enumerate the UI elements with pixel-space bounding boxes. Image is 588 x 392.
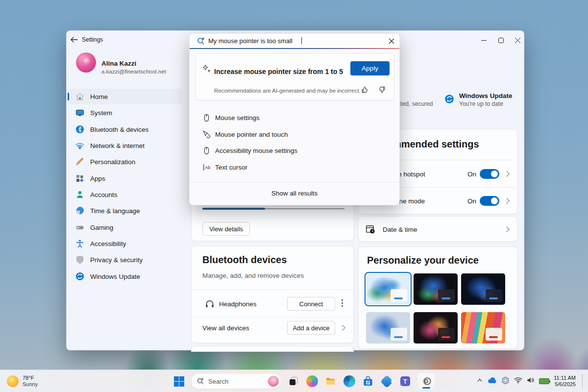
wifi-tray-icon[interactable] bbox=[514, 377, 522, 386]
sidebar-item-personalization[interactable]: Personalization bbox=[69, 154, 182, 170]
text-cursor-icon: Ab bbox=[202, 163, 211, 172]
mouse-icon bbox=[202, 114, 211, 122]
tray-chevron-up-icon[interactable] bbox=[476, 377, 483, 386]
profile-email: a.kazzi@fineartschool.net bbox=[101, 69, 166, 74]
mouse-icon bbox=[202, 147, 211, 155]
theme-tile-bloom-dark[interactable] bbox=[414, 273, 458, 305]
search-placeholder: Search bbox=[208, 378, 268, 385]
chevron-right-icon[interactable] bbox=[506, 226, 510, 233]
sidebar-item-system[interactable]: System bbox=[69, 105, 182, 121]
theme-tile-stripes[interactable] bbox=[461, 312, 505, 343]
sidebar-item-accounts[interactable]: Accounts bbox=[69, 187, 182, 202]
task-view-icon[interactable] bbox=[287, 375, 300, 388]
sidebar-item-network[interactable]: Network & internet bbox=[69, 138, 182, 153]
avatar[interactable] bbox=[76, 52, 96, 73]
battery-charging-icon[interactable] bbox=[539, 378, 549, 384]
edge-icon[interactable] bbox=[343, 375, 356, 388]
date-time-card[interactable]: Date & time bbox=[358, 216, 517, 242]
hotspot-toggle[interactable] bbox=[480, 169, 499, 179]
bluetooth-card-subtitle: Manage, add, and remove devices bbox=[202, 272, 304, 279]
tray-hexagon-icon[interactable] bbox=[501, 376, 510, 387]
date-time-label: Date & time bbox=[383, 226, 417, 233]
accounts-icon bbox=[75, 190, 85, 199]
storage-progress-fill bbox=[202, 208, 265, 210]
gaming-icon bbox=[75, 222, 85, 232]
tray-clock[interactable]: 11:11 AM 5/6/2025 bbox=[554, 375, 576, 388]
sunny-weather-icon bbox=[7, 375, 19, 387]
sidebar-item-windows-update[interactable]: Windows Update bbox=[69, 269, 182, 284]
add-device-button[interactable]: Add a device bbox=[287, 321, 335, 335]
close-search-icon[interactable] bbox=[387, 36, 396, 46]
search-accent-underline bbox=[190, 48, 399, 49]
sidebar-item-gaming[interactable]: Gaming bbox=[69, 220, 182, 235]
theme-tile-flower-dark[interactable] bbox=[414, 312, 458, 343]
sidebar-item-label: Home bbox=[90, 93, 108, 100]
airplane-state: On bbox=[467, 197, 476, 205]
volume-icon[interactable] bbox=[527, 377, 535, 386]
device-more-options-button[interactable] bbox=[341, 299, 343, 307]
accessibility-icon bbox=[75, 239, 85, 248]
result-mouse-pointer-touch[interactable]: Mouse pointer and touch bbox=[190, 126, 399, 143]
sidebar-item-apps[interactable]: Apps bbox=[69, 171, 182, 186]
maximize-button[interactable] bbox=[493, 34, 508, 46]
recommendation-title: Increase mouse pointer size from 1 to 5 bbox=[214, 68, 343, 75]
ai-app-icon[interactable] bbox=[380, 375, 393, 388]
system-icon bbox=[75, 108, 85, 118]
chevron-right-icon[interactable] bbox=[506, 197, 510, 204]
result-accessibility-mouse[interactable]: Accessibility mouse settings bbox=[190, 143, 399, 159]
bluetooth-icon bbox=[75, 124, 85, 134]
search-query-text: My mouse pointer is too small bbox=[208, 37, 293, 45]
thumbs-down-icon[interactable] bbox=[378, 86, 386, 96]
personalize-card-title: Personalize your device bbox=[367, 255, 479, 266]
pointer-touch-icon bbox=[202, 130, 211, 139]
sidebar-item-bluetooth[interactable]: Bluetooth & devices bbox=[69, 122, 182, 137]
airplane-toggle[interactable] bbox=[480, 196, 499, 206]
taskbar-search-box[interactable]: Search bbox=[191, 373, 281, 389]
connect-button[interactable]: Connect bbox=[287, 297, 335, 311]
recommendation-disclaimer: Recommendations are AI-generated and may… bbox=[214, 88, 361, 94]
show-desktop-button[interactable] bbox=[582, 374, 584, 389]
settings-app-icon[interactable] bbox=[417, 372, 435, 390]
show-all-results[interactable]: Show all results bbox=[190, 182, 399, 205]
search-input[interactable]: My mouse pointer is too small bbox=[190, 34, 399, 48]
sidebar-item-time-language[interactable]: Time & language bbox=[69, 203, 182, 219]
taskbar: 78°F Sunny Search bbox=[0, 369, 588, 392]
ai-search-icon bbox=[196, 37, 205, 48]
back-button[interactable] bbox=[70, 36, 78, 44]
thumbs-up-icon[interactable] bbox=[361, 86, 369, 96]
result-mouse-settings[interactable]: Mouse settings bbox=[190, 110, 399, 126]
onedrive-icon[interactable] bbox=[488, 377, 497, 386]
close-window-button[interactable] bbox=[510, 34, 525, 46]
theme-tile-bloom-blue-dark[interactable] bbox=[461, 273, 505, 305]
result-text-cursor[interactable]: Ab Text cursor bbox=[190, 159, 399, 175]
sidebar-item-privacy[interactable]: Privacy & security bbox=[69, 252, 182, 268]
chevron-right-icon[interactable] bbox=[342, 324, 346, 331]
view-details-button[interactable]: View details bbox=[202, 222, 250, 236]
copilot-icon[interactable] bbox=[306, 375, 318, 388]
headphones-icon bbox=[204, 298, 215, 311]
microsoft-store-icon[interactable] bbox=[362, 375, 374, 388]
file-explorer-icon[interactable] bbox=[324, 375, 337, 388]
start-button[interactable] bbox=[172, 375, 185, 388]
weather-condition: Sunny bbox=[23, 381, 38, 387]
windows-update-title[interactable]: Windows Update bbox=[459, 92, 513, 99]
apply-button[interactable]: Apply bbox=[350, 61, 390, 75]
teams-icon[interactable]: T bbox=[399, 375, 412, 388]
sidebar-item-accessibility[interactable]: Accessibility bbox=[69, 236, 182, 251]
theme-tile-bloom-blue-light[interactable] bbox=[366, 312, 410, 343]
chevron-right-icon[interactable] bbox=[506, 171, 510, 177]
sparkles-icon bbox=[202, 64, 211, 75]
windows-update-icon bbox=[75, 271, 85, 281]
view-all-devices-link[interactable]: View all devices bbox=[202, 324, 249, 332]
network-icon bbox=[75, 141, 85, 150]
home-icon bbox=[75, 92, 85, 101]
minimize-button[interactable] bbox=[476, 34, 491, 46]
window-title: Settings bbox=[82, 36, 103, 43]
weather-widget[interactable]: 78°F Sunny bbox=[4, 370, 41, 392]
personalization-icon bbox=[75, 157, 85, 167]
device-name: Headphones bbox=[219, 300, 257, 308]
ai-search-icon bbox=[196, 377, 204, 385]
theme-tile-bloom-light[interactable] bbox=[366, 273, 410, 305]
hotspot-state: On bbox=[467, 171, 476, 178]
sidebar-item-home[interactable]: Home bbox=[69, 89, 182, 104]
